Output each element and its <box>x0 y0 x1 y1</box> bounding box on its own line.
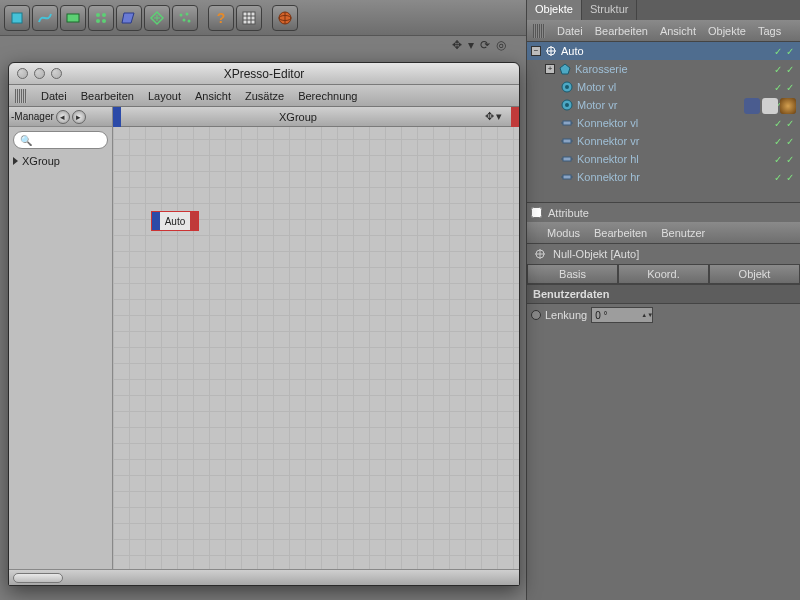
node-output-port[interactable] <box>190 212 198 230</box>
scrollbar-thumb[interactable] <box>13 573 63 583</box>
svg-marker-21 <box>560 64 570 74</box>
node-auto[interactable]: Auto <box>151 211 199 231</box>
deformer-icon[interactable] <box>116 5 142 31</box>
visibility-tick[interactable]: ✓ <box>774 172 784 182</box>
visibility-tick[interactable]: ✓ <box>774 64 784 74</box>
tree-row[interactable]: +Karosserie✓✓ <box>527 60 800 78</box>
keyframe-circle-icon[interactable] <box>531 310 541 320</box>
menu-ansicht[interactable]: Ansicht <box>660 25 696 37</box>
tab-basis[interactable]: Basis <box>527 264 618 284</box>
chevron-down-icon[interactable]: ▾ <box>496 110 502 123</box>
table-icon[interactable] <box>236 5 262 31</box>
visibility-tick[interactable]: ✓ <box>774 82 784 92</box>
menu-bearbeiten[interactable]: Bearbeiten <box>595 25 648 37</box>
render-tick[interactable]: ✓ <box>786 82 796 92</box>
tree-label: Auto <box>561 45 771 57</box>
globe-icon[interactable] <box>272 5 298 31</box>
target-icon[interactable]: ◎ <box>496 38 506 52</box>
tree-row[interactable]: Konnektor hr✓✓ <box>527 168 800 186</box>
help-icon[interactable]: ? <box>208 5 234 31</box>
lenkung-input[interactable]: 0 ° ▲▼ <box>591 307 653 323</box>
input-port-icon[interactable] <box>113 107 121 127</box>
visibility-tick[interactable]: ✓ <box>774 154 784 164</box>
xmenu-datei[interactable]: Datei <box>41 90 67 102</box>
canvas-header: XGroup ✥ ▾ <box>113 107 519 127</box>
nav-next-icon[interactable]: ▸ <box>72 110 86 124</box>
xmenu-berechnung[interactable]: Berechnung <box>298 90 357 102</box>
zoom-icon[interactable] <box>51 68 62 79</box>
render-tick[interactable]: ✓ <box>786 64 796 74</box>
expand-icon[interactable]: − <box>531 46 541 56</box>
manager-tree-label: XGroup <box>22 155 60 167</box>
xmenu-layout[interactable]: Layout <box>148 90 181 102</box>
menu-tags[interactable]: Tags <box>758 25 781 37</box>
conn-icon <box>560 152 574 166</box>
down-icon[interactable]: ▾ <box>468 38 474 52</box>
move-icon[interactable]: ✥ <box>452 38 462 52</box>
horizontal-scrollbar[interactable] <box>9 569 519 585</box>
particles-icon[interactable] <box>172 5 198 31</box>
object-panel-menu: Datei Bearbeiten Ansicht Objekte Tags <box>527 20 800 42</box>
object-tree: − Auto ✓✓ +Karosserie✓✓Motor vl✓✓Motor v… <box>527 42 800 202</box>
node-input-port[interactable] <box>152 212 160 230</box>
render-tick[interactable]: ✓ <box>786 172 796 182</box>
xmenu-zusaetze[interactable]: Zusätze <box>245 90 284 102</box>
close-icon[interactable] <box>17 68 28 79</box>
tag-icon-2[interactable] <box>762 98 778 114</box>
menu-datei[interactable]: Datei <box>557 25 583 37</box>
menu-bearbeiten2[interactable]: Bearbeiten <box>594 227 647 239</box>
field-label: Lenkung <box>545 309 587 321</box>
tree-row-auto[interactable]: − Auto ✓✓ <box>527 42 800 60</box>
tab-struktur[interactable]: Struktur <box>582 0 638 20</box>
visibility-tick[interactable]: ✓ <box>774 136 784 146</box>
xpresso-canvas[interactable]: XGroup ✥ ▾ Auto <box>113 107 519 569</box>
minimize-icon[interactable] <box>34 68 45 79</box>
visibility-tick[interactable]: ✓ <box>774 46 784 56</box>
spline-icon[interactable] <box>32 5 58 31</box>
render-tick[interactable]: ✓ <box>786 136 796 146</box>
menu-benutzer[interactable]: Benutzer <box>661 227 705 239</box>
tree-row[interactable]: Konnektor vl✓✓ <box>527 114 800 132</box>
move-icon[interactable]: ✥ <box>485 110 494 123</box>
xpresso-tag-icon[interactable] <box>744 98 760 114</box>
null-icon <box>533 247 547 261</box>
environment-icon[interactable] <box>144 5 170 31</box>
tree-row[interactable]: Konnektor hl✓✓ <box>527 150 800 168</box>
spinner-icon[interactable]: ▲▼ <box>641 313 649 318</box>
expand-icon[interactable]: + <box>545 64 555 74</box>
texture-tag-icon[interactable] <box>780 98 796 114</box>
grip-icon[interactable] <box>15 89 27 103</box>
rotate-icon[interactable]: ⟳ <box>480 38 490 52</box>
svg-rect-10 <box>243 12 255 24</box>
window-controls <box>17 68 62 79</box>
chevron-right-icon[interactable] <box>13 157 18 165</box>
tab-koord[interactable]: Koord. <box>618 264 709 284</box>
visibility-tick[interactable]: ✓ <box>774 118 784 128</box>
render-tick[interactable]: ✓ <box>786 46 796 56</box>
render-tick[interactable]: ✓ <box>786 118 796 128</box>
tab-objekte[interactable]: Objekte <box>527 0 582 20</box>
search-input[interactable]: 🔍 <box>13 131 108 149</box>
xpresso-titlebar[interactable]: XPresso-Editor <box>9 63 519 85</box>
menu-modus[interactable]: Modus <box>547 227 580 239</box>
primitive-icon[interactable] <box>60 5 86 31</box>
attribute-lock[interactable] <box>531 207 542 218</box>
tree-row[interactable]: Konnektor vr✓✓ <box>527 132 800 150</box>
attribute-menu: Modus Bearbeiten Benutzer <box>527 222 800 244</box>
render-tick[interactable]: ✓ <box>786 154 796 164</box>
xmenu-bearbeiten[interactable]: Bearbeiten <box>81 90 134 102</box>
tab-objekt[interactable]: Objekt <box>709 264 800 284</box>
menu-objekte[interactable]: Objekte <box>708 25 746 37</box>
tree-label: Konnektor vl <box>577 117 771 129</box>
tree-row[interactable]: Motor vl✓✓ <box>527 78 800 96</box>
array-icon[interactable] <box>88 5 114 31</box>
nav-prev-icon[interactable]: ◂ <box>56 110 70 124</box>
output-port-icon[interactable] <box>511 107 519 127</box>
xmenu-ansicht[interactable]: Ansicht <box>195 90 231 102</box>
manager-tab[interactable]: -Manager ◂ ▸ <box>9 107 112 127</box>
attribute-header: Attribute <box>527 202 800 222</box>
cube-icon[interactable] <box>4 5 30 31</box>
motor-icon <box>560 80 574 94</box>
grip-icon[interactable] <box>533 24 545 38</box>
manager-tree-row[interactable]: XGroup <box>9 153 112 169</box>
